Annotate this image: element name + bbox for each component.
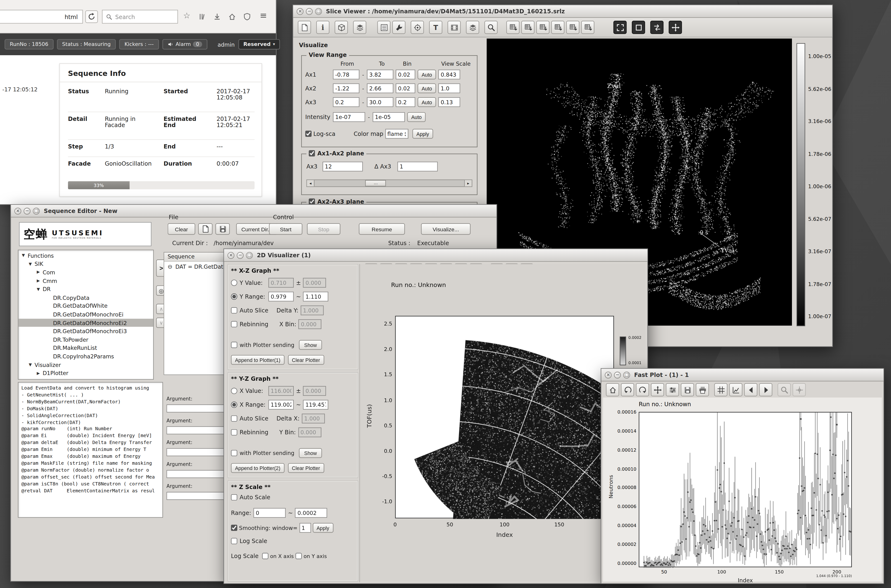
tree-item[interactable]: DR.GetDataOfMonochroEi3 (18, 327, 153, 335)
minimize-button[interactable]: − (306, 8, 313, 15)
auto-scale-checkbox[interactable] (231, 494, 237, 501)
grid-button[interactable] (714, 383, 728, 396)
ax3-scale-input[interactable] (438, 98, 460, 107)
library-icon[interactable] (198, 12, 206, 23)
x-value-err-input[interactable] (303, 386, 327, 396)
tree-item-dr[interactable]: ▼DR (18, 285, 153, 293)
y-value-input[interactable] (268, 278, 294, 288)
stop-button[interactable]: Stop (307, 223, 340, 235)
y-range-to-input[interactable] (303, 292, 328, 302)
xz-auto-slice-checkbox[interactable] (231, 307, 237, 314)
forward-button[interactable] (636, 383, 649, 396)
ax3-to-input[interactable] (367, 98, 393, 107)
print-button[interactable] (695, 383, 709, 396)
log-scale-checkbox[interactable] (305, 130, 312, 137)
url-bar[interactable] (0, 10, 83, 24)
minimize-button[interactable]: − (24, 207, 30, 214)
open-file-button[interactable] (298, 21, 311, 34)
smoothing-apply-button[interactable]: Apply (313, 523, 333, 533)
axis-step-button-6[interactable] (581, 21, 595, 34)
smoothing-window-input[interactable] (299, 523, 311, 533)
resume-button[interactable]: Resume (359, 223, 405, 235)
slice-list-button[interactable] (377, 21, 391, 34)
subplot-chart-button[interactable] (729, 383, 743, 396)
sequence-editor-titlebar[interactable]: × − □ Sequence Editor - New (11, 205, 497, 218)
info-button[interactable]: i (316, 21, 330, 34)
target-button[interactable] (411, 21, 424, 34)
tree-item-functions[interactable]: ▼Functions (18, 251, 153, 260)
save-file-button[interactable] (215, 223, 230, 235)
maximize-button[interactable]: □ (623, 372, 630, 378)
start-button[interactable]: Start (269, 223, 303, 235)
ax3-auto-button[interactable]: Auto (418, 98, 436, 107)
slice-viewer-titlebar[interactable]: × − □ Slice Viewer : /home/yinamura/dev/… (293, 5, 832, 18)
ax2-bin-input[interactable] (396, 84, 415, 93)
x-range-radio[interactable] (231, 402, 237, 408)
layers-button[interactable] (466, 21, 479, 34)
reset-view-button[interactable] (669, 21, 682, 34)
next-plot-button[interactable] (759, 383, 772, 396)
ax2-from-input[interactable] (333, 84, 359, 93)
home-icon[interactable] (228, 12, 236, 23)
ax1-bin-input[interactable] (396, 70, 415, 80)
intensity-from-input[interactable] (333, 112, 365, 122)
tree-item-cmm[interactable]: ▶Cmm (18, 276, 153, 285)
swap-panes-button[interactable] (650, 21, 664, 34)
detector-image-canvas[interactable] (396, 316, 615, 519)
bookmark-star-icon[interactable]: ☆ (183, 11, 190, 20)
yz-with-plotter-checkbox[interactable] (231, 450, 237, 456)
search-bar[interactable]: Search (102, 10, 178, 24)
axis-step-button-2[interactable] (521, 21, 534, 34)
fast-plot-titlebar[interactable]: × − □ Fast Plot - (1) - 1 (601, 369, 883, 381)
pan-button[interactable] (651, 383, 664, 396)
reserved-button[interactable]: Reserved ▾ (238, 39, 280, 50)
ax2-auto-button[interactable]: Auto (418, 84, 436, 93)
save-button[interactable] (681, 383, 694, 396)
maximize-button[interactable]: □ (246, 252, 253, 259)
ax1-to-input[interactable] (367, 70, 393, 80)
y-bin-input[interactable] (298, 428, 321, 437)
scroll-left-button[interactable]: ◂ (307, 180, 315, 186)
maximize-button[interactable]: □ (315, 8, 322, 15)
yz-auto-slice-checkbox[interactable] (231, 416, 237, 422)
film-button[interactable] (447, 21, 461, 34)
close-button[interactable]: × (227, 252, 235, 259)
axis-step-button-4[interactable] (551, 21, 564, 34)
axis-step-button-5[interactable] (566, 21, 579, 34)
y-range-radio[interactable] (231, 293, 237, 300)
log-scale-checkbox[interactable] (231, 538, 237, 544)
close-button[interactable]: × (14, 207, 21, 214)
ax3-scrollbar[interactable]: ◂ … ▸ (306, 179, 472, 187)
tree-item-com[interactable]: ▶Com (18, 268, 153, 276)
ax1-scale-input[interactable] (438, 70, 460, 80)
ax1-ax2-plane-checkbox[interactable] (309, 150, 315, 157)
xz-with-plotter-checkbox[interactable] (231, 342, 237, 348)
zoom-button[interactable] (484, 21, 498, 34)
visualize-button[interactable]: Visualize... (421, 223, 471, 235)
close-button[interactable]: × (296, 8, 304, 15)
fit-view-button[interactable] (614, 21, 627, 34)
back-button[interactable] (621, 383, 634, 396)
axis-step-button-1[interactable] (506, 21, 519, 34)
ax2-ax3-plane-checkbox[interactable] (309, 198, 315, 205)
colormap-select[interactable]: flame ▴▾ (385, 129, 408, 139)
delta-y-input[interactable] (301, 306, 324, 315)
cube-view-button[interactable] (335, 21, 348, 34)
apply-button[interactable]: Apply (412, 129, 433, 139)
tree-item[interactable]: DR.CopyData (18, 293, 153, 302)
load-file-button[interactable] (198, 223, 212, 235)
prev-plot-button[interactable] (744, 383, 758, 396)
crosshair-button[interactable] (793, 383, 806, 396)
smoothing-checkbox[interactable] (231, 525, 237, 531)
log-y-checkbox[interactable] (295, 553, 302, 559)
ax3-from-input[interactable] (333, 98, 359, 107)
clear-plotter1-button[interactable]: Clear Plotter (288, 355, 324, 365)
xz-show-button[interactable]: Show (299, 340, 322, 350)
reload-button[interactable] (85, 10, 98, 23)
tree-item-selected[interactable]: DR.GetDataOfMonochroEi2 (18, 319, 153, 327)
clear-button[interactable]: Clear (168, 223, 196, 235)
scroll-right-button[interactable]: ▸ (464, 180, 472, 186)
visualizer-2d-titlebar[interactable]: × − □ 2D Visualizer (1) (224, 249, 647, 262)
zoom-button[interactable] (778, 383, 791, 396)
y-range-from-input[interactable] (268, 292, 294, 302)
